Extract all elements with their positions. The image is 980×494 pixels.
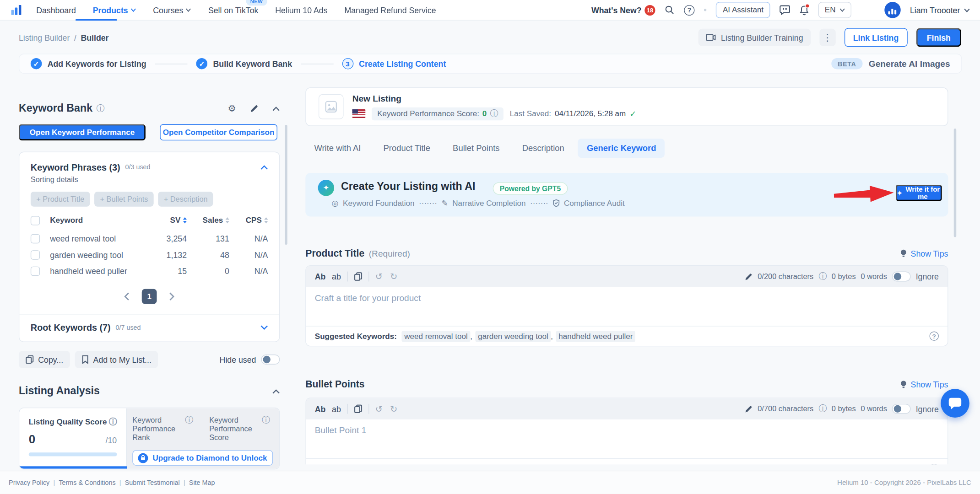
collapse-chevron-up-icon[interactable] xyxy=(272,389,280,394)
info-icon[interactable]: ⓘ xyxy=(818,403,827,415)
finish-button[interactable]: Finish xyxy=(916,28,961,47)
add-to-product-title-button[interactable]: + Product Title xyxy=(31,192,90,207)
user-avatar[interactable] xyxy=(884,2,900,18)
column-keyword[interactable]: Keyword xyxy=(50,216,147,225)
language-select[interactable]: EN xyxy=(818,2,851,18)
tab-description[interactable]: Description xyxy=(514,139,573,158)
helium10-logo[interactable] xyxy=(11,5,22,15)
whats-new-link[interactable]: What's New? 18 xyxy=(591,5,655,15)
redo-icon[interactable]: ↻ xyxy=(390,272,397,282)
info-icon[interactable]: ⓘ xyxy=(818,271,827,282)
open-competitor-comparison-button[interactable]: Open Competitor Comparison xyxy=(160,124,277,140)
info-icon[interactable]: ⓘ xyxy=(490,108,498,119)
open-keyword-performance-button[interactable]: Open Keyword Performance xyxy=(19,124,146,140)
collapse-chevron-up-icon[interactable] xyxy=(272,106,280,111)
tab-listing-quality-score[interactable]: Listing Quality Score ⓘ 0 /10 xyxy=(19,408,127,469)
nav-helium10-ads[interactable]: Helium 10 Ads xyxy=(275,5,327,15)
listing-builder-training-button[interactable]: Listing Builder Training xyxy=(698,29,811,46)
more-options-button[interactable]: ⋮ xyxy=(819,29,835,46)
select-all-checkbox[interactable] xyxy=(31,215,40,225)
hide-used-toggle[interactable] xyxy=(261,354,280,365)
lowercase-button[interactable]: ab xyxy=(332,272,341,281)
suggested-keyword-chip[interactable]: garden weeding tool xyxy=(476,331,551,342)
nav-managed-refund-service[interactable]: Managed Refund Service xyxy=(344,5,436,15)
left-scrollbar[interactable] xyxy=(285,125,287,245)
user-menu[interactable]: Liam Troooter xyxy=(910,5,970,15)
tab-keyword-performance-rank[interactable]: Keyword Performance Rank ⓘ xyxy=(132,416,193,442)
feedback-icon[interactable] xyxy=(780,5,790,15)
edit-pencil-icon[interactable] xyxy=(250,104,259,113)
copy-button[interactable]: Copy... xyxy=(19,351,70,368)
footer-site-map[interactable]: Site Map xyxy=(189,479,215,486)
ai-assistant-button[interactable]: AI Assistant xyxy=(716,2,770,18)
add-to-my-list-button[interactable]: Add to My List... xyxy=(75,351,158,368)
step-create-listing-content[interactable]: 3 Create Listing Content xyxy=(342,58,446,70)
ignore-toggle[interactable] xyxy=(892,272,911,282)
info-icon[interactable]: ⓘ xyxy=(185,416,193,442)
right-scrollbar[interactable] xyxy=(954,129,956,237)
tab-generic-keyword[interactable]: Generic Keyword xyxy=(578,139,665,158)
help-icon[interactable]: ? xyxy=(930,464,939,464)
search-icon[interactable] xyxy=(665,5,675,15)
listing-image-placeholder[interactable] xyxy=(319,94,344,119)
upgrade-to-diamond-button[interactable]: Upgrade to Diamond to Unlock xyxy=(132,450,273,466)
gear-icon[interactable]: ⚙ xyxy=(227,103,236,114)
nav-dashboard[interactable]: Dashboard xyxy=(36,5,76,15)
link-listing-button[interactable]: Link Listing xyxy=(845,28,908,47)
info-icon[interactable]: ⓘ xyxy=(108,416,117,428)
row-checkbox[interactable] xyxy=(31,234,40,243)
page-number-button[interactable]: 1 xyxy=(142,289,157,304)
undo-icon[interactable]: ↺ xyxy=(375,404,383,414)
lowercase-button[interactable]: ab xyxy=(332,404,341,413)
chat-widget-button[interactable] xyxy=(941,389,969,418)
tab-product-title[interactable]: Product Title xyxy=(374,139,439,158)
notifications-bell-icon[interactable] xyxy=(800,5,809,15)
tab-keyword-performance-score[interactable]: Keyword Performance Score ⓘ xyxy=(209,416,270,442)
nav-products[interactable]: Products xyxy=(93,5,136,15)
column-cps[interactable]: CPS xyxy=(229,216,268,225)
row-checkbox[interactable] xyxy=(31,266,40,275)
add-to-description-button[interactable]: + Description xyxy=(158,192,213,207)
column-sales[interactable]: Sales xyxy=(187,216,229,225)
nav-courses[interactable]: Courses xyxy=(153,5,191,15)
step-build-keyword-bank[interactable]: ✓ Build Keyword Bank xyxy=(196,58,292,70)
info-icon[interactable]: ⓘ xyxy=(262,416,270,442)
next-page-icon[interactable] xyxy=(169,292,175,301)
prev-page-icon[interactable] xyxy=(124,292,129,301)
capitalize-button[interactable]: Ab xyxy=(315,404,326,413)
root-keywords-section[interactable]: Root Keywords (7) 0/7 used xyxy=(19,314,279,341)
redo-icon[interactable]: ↻ xyxy=(390,404,397,414)
suggested-keyword-chip[interactable]: weed removal tool xyxy=(402,331,470,342)
help-icon[interactable]: ? xyxy=(930,332,939,341)
show-tips-button[interactable]: Show Tips xyxy=(900,380,948,389)
undo-icon[interactable]: ↺ xyxy=(375,272,383,282)
edit-pencil-icon[interactable] xyxy=(745,273,753,281)
tab-write-with-ai[interactable]: Write with AI xyxy=(305,139,369,158)
sorting-details-link[interactable]: Sorting details xyxy=(31,175,268,184)
ignore-toggle[interactable] xyxy=(892,404,911,414)
bullet-point-input[interactable]: Bullet Point 1 xyxy=(306,419,948,458)
breadcrumb-listing-builder[interactable]: Listing Builder xyxy=(19,33,70,42)
copy-icon[interactable] xyxy=(354,404,362,413)
product-title-input[interactable]: Craft a title for your product xyxy=(306,287,948,326)
row-checkbox[interactable] xyxy=(31,250,40,259)
nav-sell-on-tiktok[interactable]: Sell on TikTok NEW xyxy=(208,5,258,15)
suggested-keyword-chip[interactable]: handheld weed puller xyxy=(556,331,635,342)
tab-bullet-points[interactable]: Bullet Points xyxy=(444,139,509,158)
footer-privacy-policy[interactable]: Privacy Policy xyxy=(9,479,49,486)
add-to-bullet-points-button[interactable]: + Bullet Points xyxy=(94,192,154,207)
expand-chevron-down-icon[interactable] xyxy=(260,325,268,330)
footer-submit-testimonial[interactable]: Submit Testimonial xyxy=(125,479,180,486)
info-icon[interactable]: ⓘ xyxy=(96,103,104,114)
copy-icon[interactable] xyxy=(354,272,362,281)
show-tips-button[interactable]: Show Tips xyxy=(900,249,948,258)
help-icon[interactable]: ? xyxy=(684,5,694,15)
capitalize-button[interactable]: Ab xyxy=(315,272,326,281)
footer-terms[interactable]: Terms & Conditions xyxy=(59,479,115,486)
collapse-chevron-up-icon[interactable] xyxy=(260,165,268,170)
step-add-keywords[interactable]: ✓ Add Keywords for Listing xyxy=(31,58,146,70)
write-it-for-me-button[interactable]: ✦ Write it for me xyxy=(896,185,942,201)
column-sv[interactable]: SV xyxy=(147,216,187,225)
generate-ai-images-link[interactable]: Generate AI Images xyxy=(869,59,950,69)
edit-pencil-icon[interactable] xyxy=(745,405,753,413)
